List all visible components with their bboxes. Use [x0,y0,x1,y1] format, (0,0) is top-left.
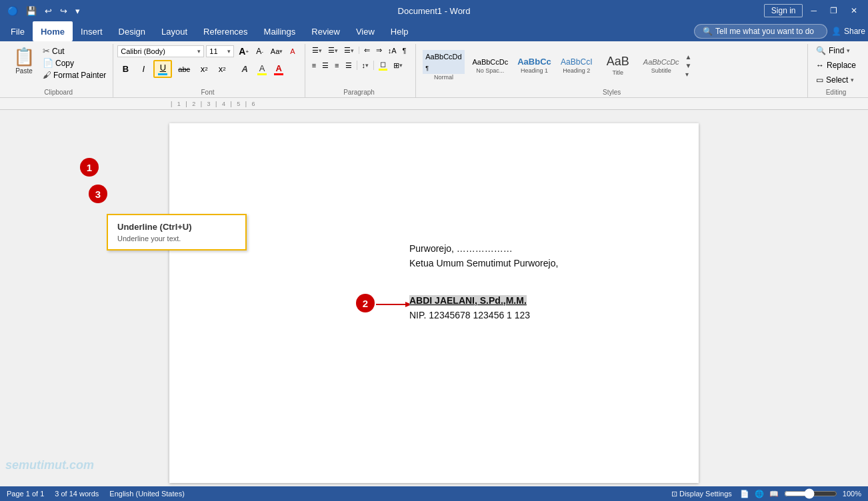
view-icon-web[interactable]: 🌐 [755,490,764,498]
para-bottom-row: ≡ ☰ ≡ ☰ ↕▾ ◻ ⊞▾ [309,58,405,73]
superscript-button[interactable]: x2 [214,62,230,76]
numbering-button[interactable]: ☰▾ [325,44,341,57]
minimize-button[interactable]: ─ [805,5,822,17]
clipboard-group: 📋 Paste ✂ Cut 📄 Copy 🖌 Format Painter [4,44,113,97]
paragraph-group: ☰▾ ☰▾ ☰▾ ⇐ ⇒ ↕A ¶ ≡ ☰ ≡ ☰ ↕▾ [305,44,417,97]
style-no-spacing-label: No Spac... [476,67,504,74]
tell-me-input[interactable]: 🔍 Tell me what you want to do [694,24,827,39]
page-info: Page 1 of 1 [7,490,44,498]
style-heading2[interactable]: AaBbCcI Heading 2 [557,54,597,77]
close-button[interactable]: ✕ [845,5,863,17]
text-effects-button[interactable]: A [237,62,253,76]
clipboard-group-label: Clipboard [8,87,109,97]
menu-file[interactable]: File [3,21,33,41]
font-color-button[interactable]: A [271,61,286,77]
format-painter-button[interactable]: 🖌 Format Painter [40,69,109,81]
align-left-button[interactable]: ≡ [309,59,319,71]
menu-view[interactable]: View [348,21,383,41]
bold-button[interactable]: B [117,62,133,76]
ribbon-content: 📋 Paste ✂ Cut 📄 Copy 🖌 Format Painter [4,44,864,97]
paste-icon: 📋 [13,47,35,67]
share-button[interactable]: 👤 Share [831,27,865,36]
replace-icon: ↔ [816,61,824,70]
shrink-font-button[interactable]: A - [253,45,266,58]
status-right: ⊡ Display Settings 📄 🌐 📖 100% [669,488,861,499]
bullets-button[interactable]: ☰▾ [309,44,325,57]
redo-button[interactable]: ↪ [58,5,69,17]
font-size-selector[interactable]: 11 ▾ [206,45,234,57]
sort-button[interactable]: ↕A [385,45,399,57]
style-heading1-preview: AaBbCc [517,57,551,67]
style-heading1[interactable]: AaBbCc Heading 1 [513,54,555,77]
align-right-button[interactable]: ≡ [332,59,341,71]
tell-me-placeholder: Tell me what you want to do [715,27,814,36]
shrink-font-icon: A [256,47,261,56]
font-group: Calibri (Body) ▾ 11 ▾ A + A - [113,44,305,97]
styles-expand[interactable]: ▾ [685,70,693,79]
document-area: Purworejo, ……………… Ketua Umum Semutimut P… [0,110,868,496]
restore-button[interactable]: ❐ [825,5,843,17]
multilevel-list-button[interactable]: ☰▾ [341,44,357,57]
menu-references[interactable]: References [195,21,255,41]
underline-button[interactable]: U [153,60,172,78]
underline-tooltip: Underline (Ctrl+U) Underline your text. [107,214,247,250]
zoom-slider[interactable] [784,488,837,499]
zoom-percent: 100% [843,490,861,498]
display-settings-button[interactable]: ⊡ Display Settings [669,489,735,499]
customize-qat-button[interactable]: ▾ [73,5,82,17]
word-count: 3 of 14 words [55,490,99,498]
decrease-indent-button[interactable]: ⇐ [361,44,373,57]
increase-indent-button[interactable]: ⇒ [373,44,385,57]
select-dropdown-arrow: ▾ [851,77,854,83]
style-subtitle[interactable]: AaBbCcDc Subtitle [639,54,683,77]
clear-formatting-button[interactable]: A [287,45,297,57]
line-spacing-button[interactable]: ↕▾ [359,59,372,71]
menu-home[interactable]: Home [33,21,73,41]
save-qat-button[interactable]: 💾 [24,5,39,17]
document-content: Purworejo, ……………… Ketua Umum Semutimut P… [409,243,645,320]
cut-button[interactable]: ✂ Cut [40,45,109,57]
borders-button[interactable]: ⊞▾ [391,59,405,72]
grow-font-button[interactable]: A + [236,44,251,59]
menu-insert[interactable]: Insert [73,21,111,41]
select-button[interactable]: ▭ Select ▾ [812,73,858,87]
editing-group-label: Editing [812,87,860,97]
change-case-button[interactable]: Aa▾ [268,45,285,57]
show-formatting-button[interactable]: ¶ [400,45,409,57]
view-icon-read[interactable]: 📖 [769,490,779,498]
copy-icon: 📄 [43,58,53,68]
sign-in-button[interactable]: Sign in [764,4,803,17]
shading-button[interactable]: ◻ [376,58,390,73]
view-icon-print[interactable]: 📄 [740,490,749,498]
step-badge-1: 1 [80,158,99,177]
menu-layout[interactable]: Layout [153,21,195,41]
style-no-spacing[interactable]: AaBbCcDc No Spac... [468,54,512,77]
menu-design[interactable]: Design [111,21,153,41]
strikethrough-button[interactable]: abc [174,63,194,75]
copy-button[interactable]: 📄 Copy [40,57,109,69]
step-badge-3: 3 [89,185,107,203]
find-dropdown-arrow: ▾ [847,47,850,54]
undo-button[interactable]: ↩ [43,5,54,17]
style-normal[interactable]: AaBbCcDd¶ Normal [420,47,467,83]
menu-mailings[interactable]: Mailings [256,21,304,41]
paste-button[interactable]: 📋 Paste [8,44,40,77]
justify-button[interactable]: ☰ [343,59,355,72]
style-title[interactable]: AaB Title [598,52,638,79]
menu-help[interactable]: Help [383,21,417,41]
display-settings-icon: ⊡ [671,490,677,498]
styles-scroll-up[interactable]: ▲ [685,53,693,61]
paragraph-group-label: Paragraph [309,87,409,97]
subscript-button[interactable]: x2 [196,62,212,76]
styles-scroll-down[interactable]: ▼ [685,61,693,70]
status-bar: Page 1 of 1 3 of 14 words English (Unite… [0,486,868,501]
replace-button[interactable]: ↔ Replace [812,59,860,72]
menu-review[interactable]: Review [303,21,348,41]
font-name-selector[interactable]: Calibri (Body) ▾ [117,45,204,57]
font-group-label: Font [117,87,297,97]
find-button[interactable]: 🔍 Find ▾ [812,44,854,57]
align-center-button[interactable]: ☰ [319,59,331,72]
italic-button[interactable]: I [135,62,151,76]
watermark-text: semutimut.com [5,458,94,472]
highlight-color-button[interactable]: A [255,61,269,77]
